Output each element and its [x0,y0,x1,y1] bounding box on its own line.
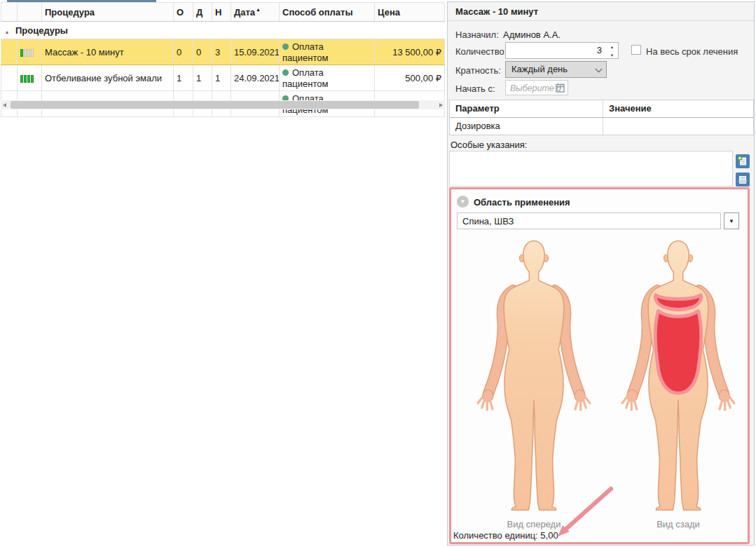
value-header[interactable]: Значение [603,100,753,118]
payment-cell[interactable]: Оплата пациентом [280,39,375,65]
header-expand-column[interactable] [1,3,18,22]
area-select-input[interactable]: Спина, ШВЗ [457,212,721,229]
scroll-left-icon [3,103,6,107]
progress-indicator-icon [18,39,42,65]
row-expand-cell [1,65,18,91]
procedures-pane: Процедура О Д Н Дата▲ Способ оплаты Цена… [0,0,446,547]
stepper-up-icon[interactable]: ▲ [606,43,618,51]
header-o[interactable]: О [174,3,193,22]
group-row-procedures[interactable]: ▴Процедуры [1,22,445,39]
scroll-right-icon [439,103,443,107]
procedure-name-cell[interactable]: Массаж - 10 минут [42,39,174,65]
payment-status-icon [282,43,289,50]
frequency-label: Кратность: [455,65,501,76]
table-header-row: Процедура О Д Н Дата▲ Способ оплаты Цена [1,3,445,22]
quantity-label: Количество: [455,46,507,57]
progress-indicator-icon [18,65,42,91]
application-area-section: ▼ Область применения Спина, ШВЗ ▼ Вид сп… [449,187,750,544]
body-figure-back[interactable] [608,233,748,515]
parameters-table: Параметр Значение Дозировка [449,100,754,135]
templates-list-button[interactable] [736,173,750,187]
row-expand-cell [1,39,18,65]
header-payment[interactable]: Способ оплаты [280,3,375,22]
price-cell[interactable]: 13 500,00 ₽ [375,39,445,65]
stepper-down-icon[interactable]: ▼ [606,51,618,60]
body-figure-front[interactable] [464,233,604,515]
header-procedure[interactable]: Процедура [42,3,174,22]
back-view-label: Вид сзади [608,519,748,529]
table-row[interactable]: Массаж - 10 минут 0 0 3 15.09.2021 Оплат… [1,39,445,65]
header-date[interactable]: Дата▲ [231,3,280,22]
prescribed-label: Назначил: [455,29,499,40]
units-label: Количество единиц: [453,530,538,541]
param-name-cell[interactable]: Дозировка [450,118,603,135]
o-cell[interactable]: 0 [174,39,193,65]
sort-ascending-icon: ▲ [256,7,261,12]
parameters-header-row: Параметр Значение [450,100,753,118]
front-view-label: Вид спереди [464,519,604,529]
procedure-details-panel: Массаж - 10 минут Назначил: Админов А.А.… [447,1,755,546]
n-cell[interactable]: 1 [212,65,231,91]
full-course-label: На весь срок лечения [646,46,738,57]
scroll-right-button[interactable] [436,100,445,109]
procedure-name-cell[interactable]: Отбеливание зубной эмали [42,65,174,91]
payment-cell[interactable]: Оплата пациентом [280,65,375,91]
calendar-icon[interactable]: 7 [556,83,565,95]
param-value-cell[interactable] [603,118,753,135]
scrollbar-thumb[interactable] [11,101,419,109]
o-cell[interactable]: 1 [174,65,193,91]
header-status-column[interactable] [18,3,42,22]
parameter-row[interactable]: Дозировка [450,118,753,135]
start-date-input[interactable]: Выберите д 7 [505,80,568,95]
param-header[interactable]: Параметр [450,100,603,118]
group-expand-icon[interactable]: ▴ [6,29,8,35]
n-cell[interactable]: 3 [212,39,231,65]
notes-textarea[interactable] [449,151,733,187]
add-template-button[interactable] [736,154,750,168]
collapse-chevron-icon: ▼ [460,198,466,205]
date-cell[interactable]: 15.09.2021 [231,39,280,65]
table-row[interactable]: Отбеливание зубной эмали 1 1 1 24.09.202… [1,65,445,91]
notes-label: Особые указания: [451,140,527,150]
horizontal-scrollbar[interactable] [1,100,445,109]
payment-status-icon [282,69,289,76]
start-date-label: Начать с: [455,83,495,94]
quantity-input[interactable]: 3 [505,42,607,59]
d-cell[interactable]: 1 [193,65,212,91]
prescribed-value: Админов А.А. [503,29,561,40]
header-price[interactable]: Цена [375,3,445,22]
group-label: Процедуры [15,25,68,36]
price-cell[interactable]: 500,00 ₽ [375,65,445,91]
header-d[interactable]: Д [193,3,212,22]
frequency-select[interactable]: Каждый день [505,61,607,78]
scroll-left-button[interactable] [1,100,10,109]
date-cell[interactable]: 24.09.2021 [231,65,280,91]
units-line: Количество единиц: 5,00 [453,530,558,541]
header-n[interactable]: Н [212,3,231,22]
svg-text:7: 7 [558,87,561,92]
details-title: Массаж - 10 минут [448,2,754,21]
area-dropdown-button[interactable]: ▼ [724,212,739,229]
d-cell[interactable]: 0 [193,39,212,65]
collapse-section-button[interactable]: ▼ [457,196,469,208]
full-course-checkbox[interactable] [631,45,641,55]
chevron-down-icon [596,66,603,73]
units-value: 5,00 [540,530,558,541]
quantity-stepper[interactable]: ▲ ▼ [606,42,619,59]
application-area-title: Область применения [474,197,570,208]
dropdown-arrow-icon: ▼ [729,218,734,224]
